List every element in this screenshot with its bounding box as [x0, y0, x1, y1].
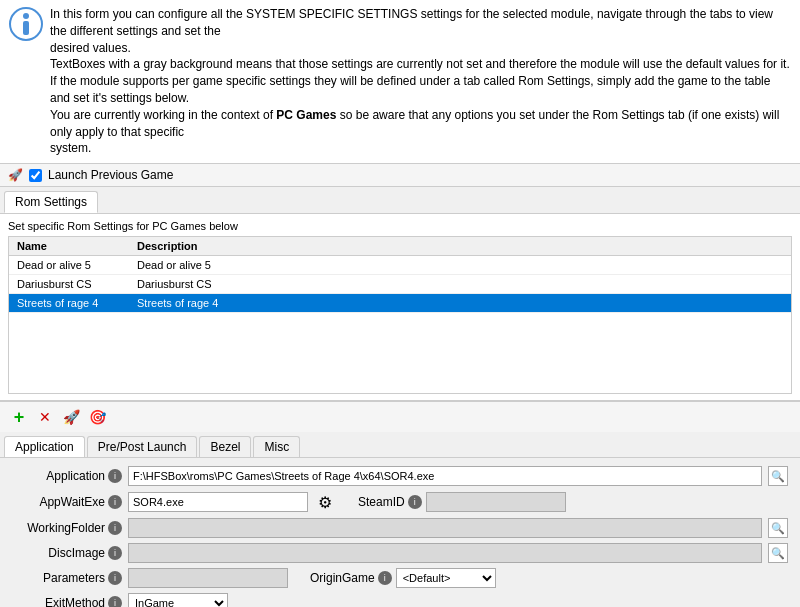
- info-icon: [8, 6, 44, 42]
- steamid-group: SteamID i: [358, 492, 566, 512]
- info-line5: You are currently working in the context…: [50, 108, 779, 139]
- info-line3: TextBoxes with a gray background means t…: [50, 57, 790, 71]
- discimage-search-button[interactable]: 🔍: [768, 543, 788, 563]
- tab-bezel-label: Bezel: [210, 440, 240, 454]
- origingame-label: OriginGame: [310, 571, 375, 585]
- discimage-label: DiscImage: [48, 546, 105, 560]
- discimage-input[interactable]: [128, 543, 762, 563]
- pc-games-bold: PC Games: [276, 108, 336, 122]
- appwaitexe-label-group: AppWaitExe i: [12, 495, 122, 509]
- info-text: In this form you can configure all the S…: [50, 6, 792, 157]
- row1-desc: Dariusburst CS: [133, 277, 787, 291]
- tab-application[interactable]: Application: [4, 436, 85, 457]
- svg-point-1: [23, 13, 29, 19]
- appwaitexe-gear-button[interactable]: ⚙: [314, 491, 336, 513]
- toolbar: + ✕ 🚀 🎯: [0, 401, 800, 432]
- exitmethod-label: ExitMethod: [45, 596, 105, 607]
- launch-previous-checkbox[interactable]: [29, 169, 42, 182]
- workingfolder-info-btn[interactable]: i: [108, 521, 122, 535]
- info-line1: In this form you can configure all the S…: [50, 7, 773, 38]
- main-container: In this form you can configure all the S…: [0, 0, 800, 607]
- tab-prepost-label: Pre/Post Launch: [98, 440, 187, 454]
- discimage-label-group: DiscImage i: [12, 546, 122, 560]
- origingame-label-group: OriginGame i: [310, 571, 392, 585]
- rom-settings-area: Set specific Rom Settings for PC Games b…: [0, 214, 800, 401]
- main-tabs-bar: Application Pre/Post Launch Bezel Misc: [0, 432, 800, 458]
- parameters-input[interactable]: [128, 568, 288, 588]
- info-line2: desired values.: [50, 41, 131, 55]
- steamid-input[interactable]: [426, 492, 566, 512]
- row2-name: Streets of rage 4: [13, 296, 133, 310]
- table-row[interactable]: Dead or alive 5 Dead or alive 5: [9, 256, 791, 275]
- workingfolder-row: WorkingFolder i 🔍: [12, 518, 788, 538]
- application-info-btn[interactable]: i: [108, 469, 122, 483]
- info-line6: system.: [50, 141, 91, 155]
- workingfolder-label: WorkingFolder: [27, 521, 105, 535]
- tab-rom-settings-label: Rom Settings: [15, 195, 87, 209]
- col-header-name: Name: [13, 239, 133, 253]
- top-tabs-bar: Rom Settings: [0, 187, 800, 214]
- application-label-group: Application i: [12, 469, 122, 483]
- appwaitexe-label: AppWaitExe: [39, 495, 105, 509]
- launch-bar: 🚀 Launch Previous Game: [0, 164, 800, 187]
- row1-name: Dariusburst CS: [13, 277, 133, 291]
- add-button[interactable]: +: [8, 406, 30, 428]
- row0-name: Dead or alive 5: [13, 258, 133, 272]
- appwaitexe-input[interactable]: [128, 492, 308, 512]
- svg-rect-2: [23, 21, 29, 35]
- exitmethod-row: ExitMethod i InGame KillProcess None: [12, 593, 788, 607]
- row0-desc: Dead or alive 5: [133, 258, 787, 272]
- tab-bezel[interactable]: Bezel: [199, 436, 251, 457]
- rocket-small-icon: 🚀: [8, 168, 23, 182]
- tab-application-label: Application: [15, 440, 74, 454]
- origingame-group: OriginGame i <Default>: [310, 568, 496, 588]
- tab-misc[interactable]: Misc: [253, 436, 300, 457]
- table-row[interactable]: Dariusburst CS Dariusburst CS: [9, 275, 791, 294]
- tab-rom-settings[interactable]: Rom Settings: [4, 191, 98, 213]
- target-button[interactable]: 🎯: [86, 406, 108, 428]
- table-empty-area: [9, 313, 791, 393]
- row2-desc: Streets of rage 4: [133, 296, 787, 310]
- delete-button[interactable]: ✕: [34, 406, 56, 428]
- parameters-row: Parameters i OriginGame i <Default>: [12, 568, 788, 588]
- application-input[interactable]: [128, 466, 762, 486]
- workingfolder-label-group: WorkingFolder i: [12, 521, 122, 535]
- info-line4: If the module supports per game specific…: [50, 74, 770, 105]
- rom-settings-title: Set specific Rom Settings for PC Games b…: [8, 220, 792, 232]
- discimage-info-btn[interactable]: i: [108, 546, 122, 560]
- exitmethod-label-group: ExitMethod i: [12, 596, 122, 607]
- steamid-label: SteamID: [358, 495, 405, 509]
- col-header-description: Description: [133, 239, 787, 253]
- application-label: Application: [46, 469, 105, 483]
- rocket-button[interactable]: 🚀: [60, 406, 82, 428]
- discimage-row: DiscImage i 🔍: [12, 543, 788, 563]
- rom-table: Name Description Dead or alive 5 Dead or…: [8, 236, 792, 394]
- exitmethod-select[interactable]: InGame KillProcess None: [128, 593, 228, 607]
- tab-prepost-launch[interactable]: Pre/Post Launch: [87, 436, 198, 457]
- appwaitexe-row: AppWaitExe i ⚙ SteamID i: [12, 491, 788, 513]
- table-header: Name Description: [9, 237, 791, 256]
- application-row: Application i 🔍: [12, 466, 788, 486]
- workingfolder-input[interactable]: [128, 518, 762, 538]
- parameters-label-group: Parameters i: [12, 571, 122, 585]
- origingame-info-btn[interactable]: i: [378, 571, 392, 585]
- appwaitexe-info-btn[interactable]: i: [108, 495, 122, 509]
- table-row-selected[interactable]: Streets of rage 4 Streets of rage 4: [9, 294, 791, 313]
- parameters-info-btn[interactable]: i: [108, 571, 122, 585]
- application-search-button[interactable]: 🔍: [768, 466, 788, 486]
- origingame-select[interactable]: <Default>: [396, 568, 496, 588]
- parameters-label: Parameters: [43, 571, 105, 585]
- form-area: Application i 🔍 AppWaitExe i ⚙ SteamID i: [0, 458, 800, 607]
- steamid-label-group: SteamID i: [358, 495, 422, 509]
- exitmethod-info-btn[interactable]: i: [108, 596, 122, 607]
- steamid-info-btn[interactable]: i: [408, 495, 422, 509]
- workingfolder-search-button[interactable]: 🔍: [768, 518, 788, 538]
- info-panel: In this form you can configure all the S…: [0, 0, 800, 164]
- tab-misc-label: Misc: [264, 440, 289, 454]
- launch-previous-label: Launch Previous Game: [48, 168, 173, 182]
